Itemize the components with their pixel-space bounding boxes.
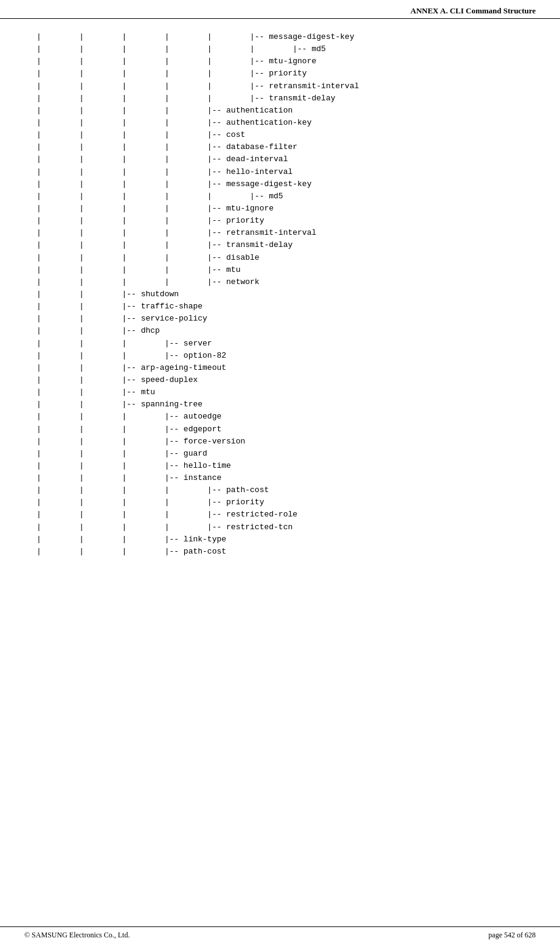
- tree-line: | | | | |-- mtu-ignore: [36, 203, 524, 215]
- page-footer: © SAMSUNG Electronics Co., Ltd. page 542…: [0, 926, 560, 940]
- tree-line: | | | | |-- path-cost: [36, 484, 524, 496]
- tree-line: | | | | |-- restricted-tcn: [36, 521, 524, 533]
- tree-line: | | | | |-- dead-interval: [36, 153, 524, 165]
- tree-line: | | | | | |-- md5: [36, 190, 524, 203]
- tree-line: | | | |-- option-82: [36, 350, 524, 362]
- tree-line: | | | | | |-- retransmit-interval: [36, 80, 524, 92]
- tree-line: | | | |-- server: [36, 338, 524, 350]
- tree-line: | | | | | |-- transmit-delay: [36, 92, 524, 105]
- tree-line: | | | | |-- priority: [36, 496, 524, 509]
- page-content: | | | | | |-- message-digest-key| | | | …: [0, 19, 560, 582]
- page-header: ANNEX A. CLI Command Structure: [0, 0, 560, 19]
- tree-line: | | | | |-- priority: [36, 215, 524, 227]
- tree-line: | | | | |-- network: [36, 276, 524, 288]
- tree-line: | | |-- traffic-shape: [36, 301, 524, 313]
- tree-line: | | |-- shutdown: [36, 288, 524, 301]
- tree-line: | | |-- speed-duplex: [36, 374, 524, 386]
- footer-right: page 542 of 628: [488, 931, 536, 940]
- tree-line: | | | | |-- transmit-delay: [36, 239, 524, 251]
- header-title: ANNEX A. CLI Command Structure: [410, 6, 536, 15]
- tree-line: | | | | |-- message-digest-key: [36, 178, 524, 190]
- tree-line: | | |-- arp-ageing-timeout: [36, 362, 524, 374]
- tree-line: | | | | |-- mtu: [36, 264, 524, 276]
- tree-line: | | | | |-- hello-interval: [36, 166, 524, 178]
- footer-left: © SAMSUNG Electronics Co., Ltd.: [24, 931, 130, 940]
- tree-line: | | | |-- path-cost: [36, 546, 524, 558]
- tree-line: | | |-- mtu: [36, 386, 524, 398]
- tree-line: | | | |-- instance: [36, 472, 524, 484]
- tree-line: | | | | |-- database-filter: [36, 141, 524, 153]
- tree-line: | | | | |-- disable: [36, 252, 524, 264]
- tree-line: | | | | |-- restricted-role: [36, 509, 524, 521]
- tree-line: | | | | |-- authentication: [36, 105, 524, 117]
- tree-line: | | | | |-- cost: [36, 129, 524, 141]
- tree-line: | | |-- spanning-tree: [36, 398, 524, 411]
- tree-line: | | | |-- link-type: [36, 533, 524, 546]
- tree-line: | | | |-- force-version: [36, 436, 524, 448]
- tree-line: | | | | |-- authentication-key: [36, 117, 524, 129]
- tree-line: | | |-- dhcp: [36, 325, 524, 337]
- tree-line: | | | |-- autoedge: [36, 411, 524, 423]
- tree-line: | | | | | |-- mtu-ignore: [36, 55, 524, 68]
- tree-line: | | | |-- edgeport: [36, 423, 524, 436]
- tree-line: | | |-- service-policy: [36, 313, 524, 325]
- tree-line: | | | | | |-- priority: [36, 68, 524, 80]
- tree-line: | | | |-- guard: [36, 448, 524, 460]
- tree-line: | | | | | | |-- md5: [36, 43, 524, 55]
- tree-line: | | | | |-- retransmit-interval: [36, 227, 524, 239]
- tree-line: | | | |-- hello-time: [36, 460, 524, 472]
- tree-line: | | | | | |-- message-digest-key: [36, 31, 524, 43]
